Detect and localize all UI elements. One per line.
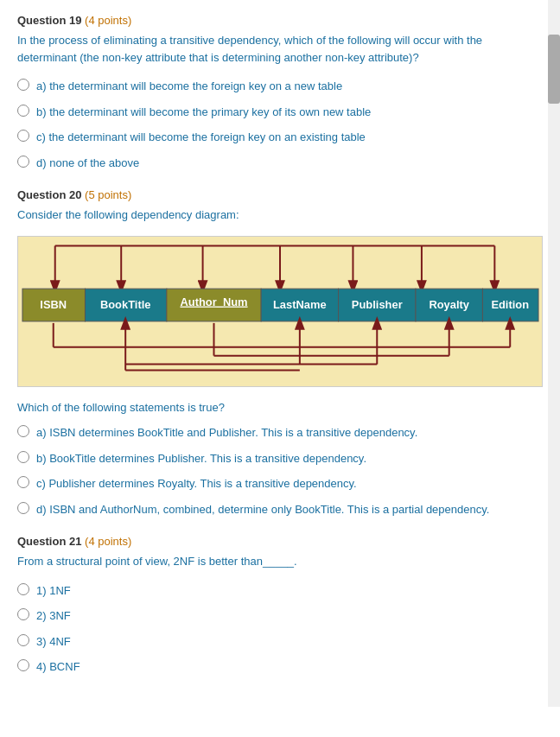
question-21-header: Question 21 (4 points)	[17, 535, 543, 548]
radio-20-d[interactable]	[17, 502, 29, 514]
question-19-header: Question 19 (4 points)	[17, 14, 543, 27]
question-20-option-d[interactable]: d) ISBN and AuthorNum, combined, determi…	[17, 501, 543, 518]
question-19: Question 19 (4 points) In the process of…	[17, 14, 543, 171]
question-21: Question 21 (4 points) From a structural…	[17, 535, 543, 676]
dependency-diagram: ISBN BookTitle Author_Num LastName Publi…	[17, 236, 543, 387]
option-21-1-text: 1) 1NF	[36, 582, 71, 600]
question-20-option-b[interactable]: b) BookTitle determines Publisher. This …	[17, 450, 543, 467]
question-20-points: (5 points)	[85, 188, 131, 201]
question-19-text: In the process of eliminating a transiti…	[17, 32, 543, 66]
option-20-a-text: a) ISBN determines BookTitle and Publish…	[36, 424, 417, 442]
question-21-points: (4 points)	[85, 535, 131, 548]
svg-text:Edition: Edition	[491, 298, 529, 311]
radio-19-a[interactable]	[17, 79, 29, 91]
question-19-option-a[interactable]: a) the determinant will become the forei…	[17, 78, 543, 95]
diagram-svg: ISBN BookTitle Author_Num LastName Publi…	[18, 237, 542, 384]
option-19-a-text: a) the determinant will become the forei…	[36, 78, 342, 95]
radio-20-c[interactable]	[17, 476, 29, 488]
question-19-option-d[interactable]: d) none of the above	[17, 155, 543, 172]
question-20-option-a[interactable]: a) ISBN determines BookTitle and Publish…	[17, 424, 543, 442]
question-19-points: (4 points)	[85, 14, 131, 27]
option-19-c-text: c) the determinant will become the forei…	[36, 129, 366, 146]
question-21-text: From a structural point of view, 2NF is …	[17, 553, 543, 570]
radio-19-d[interactable]	[17, 156, 29, 168]
svg-text:Royalty: Royalty	[429, 298, 469, 311]
question-20-text: Consider the following dependency diagra…	[17, 206, 543, 224]
question-20-option-c[interactable]: c) Publisher determines Royalty. This is…	[17, 475, 543, 492]
question-21-option-4[interactable]: 4) BCNF	[17, 658, 543, 676]
scrollbar-thumb[interactable]	[548, 35, 560, 104]
option-20-d-text: d) ISBN and AuthorNum, combined, determi…	[36, 501, 489, 518]
option-20-b-text: b) BookTitle determines Publisher. This …	[36, 450, 366, 467]
radio-21-2[interactable]	[17, 608, 29, 620]
question-20: Question 20 (5 points) Consider the foll…	[17, 188, 543, 518]
option-21-4-text: 4) BCNF	[36, 658, 80, 676]
radio-20-b[interactable]	[17, 451, 29, 463]
question-20-after-text: Which of the following statements is tru…	[17, 399, 543, 416]
option-21-3-text: 3) 4NF	[36, 633, 71, 651]
question-21-option-1[interactable]: 1) 1NF	[17, 582, 543, 600]
radio-20-a[interactable]	[17, 425, 29, 437]
radio-19-c[interactable]	[17, 130, 29, 142]
question-20-number: Question 20	[17, 188, 81, 201]
svg-text:ISBN: ISBN	[40, 298, 67, 311]
question-21-option-2[interactable]: 2) 3NF	[17, 607, 543, 625]
option-20-c-text: c) Publisher determines Royalty. This is…	[36, 475, 357, 492]
question-21-option-3[interactable]: 3) 4NF	[17, 633, 543, 651]
question-21-number: Question 21	[17, 535, 81, 548]
radio-21-4[interactable]	[17, 659, 29, 671]
svg-text:BookTitle: BookTitle	[100, 298, 151, 311]
question-19-number: Question 19	[17, 14, 81, 27]
svg-text:LastName: LastName	[273, 298, 327, 311]
radio-21-3[interactable]	[17, 634, 29, 646]
svg-text:Publisher: Publisher	[352, 298, 403, 311]
option-19-d-text: d) none of the above	[36, 155, 139, 172]
question-20-header: Question 20 (5 points)	[17, 188, 543, 201]
option-19-b-text: b) the determinant will become the prima…	[36, 104, 371, 121]
option-21-2-text: 2) 3NF	[36, 607, 71, 625]
question-19-option-c[interactable]: c) the determinant will become the forei…	[17, 129, 543, 146]
radio-19-b[interactable]	[17, 105, 29, 117]
question-19-option-b[interactable]: b) the determinant will become the prima…	[17, 104, 543, 121]
svg-text:Author_Num: Author_Num	[180, 295, 247, 308]
scrollbar[interactable]	[548, 0, 560, 707]
radio-21-1[interactable]	[17, 583, 29, 595]
